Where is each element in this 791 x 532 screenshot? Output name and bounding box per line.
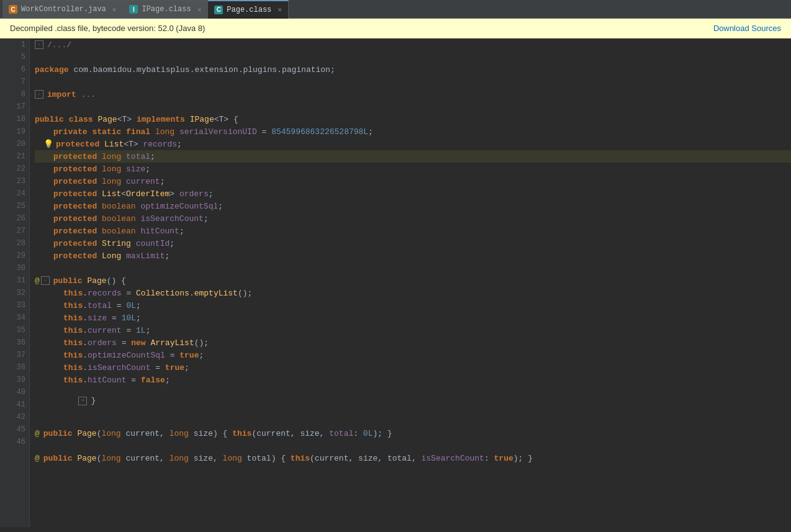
fold-icon-1[interactable]: - <box>35 40 43 49</box>
code-line-36: this . orders = new ArrayList (); <box>35 336 791 349</box>
code-line-20: 💡 protected List <T> records ; <box>35 138 791 150</box>
notification-bar: Decompiled .class file, bytecode version… <box>0 19 791 38</box>
code-line-30 <box>35 262 791 274</box>
tab-close-workcontroller[interactable]: ✕ <box>112 6 117 14</box>
code-line-37: this . optimizeCountSql = true ; <box>35 349 791 361</box>
code-area[interactable]: 1567817181920212223242526272829303132333… <box>0 38 791 527</box>
code-line-41 <box>35 415 791 427</box>
code-line-1: - /.../ <box>35 38 791 51</box>
code-line-46: @ public Page ( long current , long size… <box>35 452 791 464</box>
code-line-40: + } <box>35 386 791 415</box>
tab-bar: C WorkController.java ✕ I IPage.class ✕ … <box>0 0 791 19</box>
code-line-23: protected long current ; <box>35 175 791 187</box>
code-line-8: - import ... <box>35 88 791 101</box>
fold-icon-40[interactable]: + <box>78 397 87 405</box>
code-line-24: protected List < OrderItem > orders ; <box>35 187 791 200</box>
code-line-7 <box>35 76 791 88</box>
tab-icon-workcontroller: C <box>9 5 17 14</box>
code-line-28: protected String countId ; <box>35 237 791 250</box>
code-line-35: this . current = 1L ; <box>35 324 791 336</box>
code-line-17 <box>35 101 791 113</box>
code-line-33: this . total = 0L ; <box>35 299 791 312</box>
line-number-gutter: 1567817181920212223242526272829303132333… <box>0 38 30 527</box>
tab-label-page: Page.class <box>227 6 271 14</box>
code-line-25: protected boolean optimizeCountSql ; <box>35 200 791 212</box>
tab-close-ipage[interactable]: ✕ <box>197 6 202 14</box>
code-line-6: package com.baomidou.mybatisplus.extensi… <box>35 63 791 76</box>
code-line-45 <box>35 440 791 452</box>
code-line-18: public class Page <T> implements IPage <… <box>35 113 791 125</box>
code-line-34: this . size = 10L ; <box>35 312 791 324</box>
fold-icon-31[interactable]: - <box>41 276 50 285</box>
download-sources-link[interactable]: Download Sources <box>713 24 781 33</box>
code-line-29: protected Long maxLimit ; <box>35 250 791 262</box>
code-line-21: protected long total ; <box>35 150 791 163</box>
code-content: - /.../ package com.baomidou.mybatisplus… <box>30 38 791 527</box>
code-line-19: private static final long serialVersionU… <box>35 125 791 138</box>
code-line-32: this . records = Collections . emptyList… <box>35 287 791 299</box>
tab-icon-ipage: I <box>129 5 138 14</box>
code-line-5 <box>35 51 791 63</box>
code-line-39: this . hitCount = false ; <box>35 374 791 386</box>
code-line-31: @ - public Page () { <box>35 274 791 287</box>
code-line-42: @ public Page ( long current , long size… <box>35 427 791 440</box>
tab-icon-page: C <box>214 6 223 14</box>
code-line-38: this . isSearchCount = true ; <box>35 361 791 374</box>
code-line-27: protected boolean hitCount ; <box>35 225 791 237</box>
tab-close-page[interactable]: ✕ <box>278 6 282 14</box>
fold-icon-8[interactable]: - <box>35 90 43 99</box>
notification-text: Decompiled .class file, bytecode version… <box>10 24 205 33</box>
tab-label-ipage: IPage.class <box>142 5 191 14</box>
code-line-26: protected boolean isSearchCount ; <box>35 212 791 225</box>
tab-workcontroller[interactable]: C WorkController.java ✕ <box>2 0 123 19</box>
tab-page[interactable]: C Page.class ✕ <box>208 0 289 19</box>
tab-ipage[interactable]: I IPage.class ✕ <box>123 0 208 19</box>
tab-label-workcontroller: WorkController.java <box>21 5 106 14</box>
code-line-22: protected long size ; <box>35 163 791 175</box>
